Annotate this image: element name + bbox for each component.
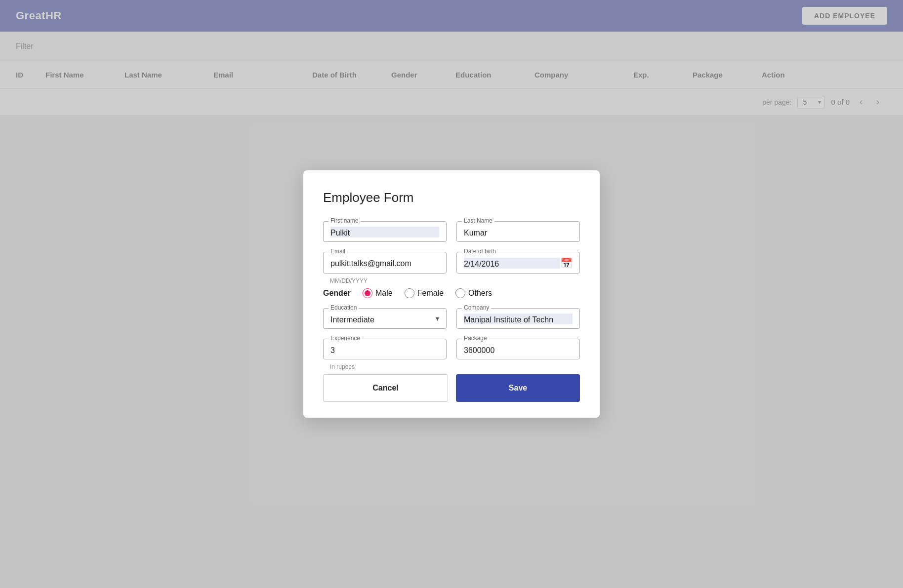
dob-hint: MM/DD/YYYY	[323, 277, 580, 284]
experience-group: Experience	[323, 339, 447, 359]
email-dob-row: Email Date of birth 📅	[323, 252, 580, 274]
edu-company-row: Education High School Intermediate Bache…	[323, 308, 580, 329]
gender-female-label: Female	[417, 289, 444, 298]
experience-label: Experience	[328, 335, 362, 342]
email-input[interactable]	[330, 257, 439, 268]
package-label: Package	[462, 335, 489, 342]
dob-input[interactable]	[464, 258, 560, 269]
name-row: First name Last Name	[323, 221, 580, 242]
modal-overlay: Employee Form First name Last Name Email…	[0, 0, 903, 588]
gender-row: Gender Male Female Others	[323, 288, 580, 298]
gender-male-label: Male	[375, 289, 393, 298]
last-name-group: Last Name	[456, 221, 580, 242]
company-label: Company	[462, 304, 491, 311]
experience-input[interactable]	[330, 344, 439, 355]
email-label: Email	[328, 248, 347, 255]
gender-label: Gender	[323, 289, 351, 298]
package-hint: In rupees	[323, 363, 580, 370]
gender-others-option[interactable]: Others	[455, 288, 492, 298]
exp-package-row: Experience Package	[323, 339, 580, 359]
employee-form-modal: Employee Form First name Last Name Email…	[303, 170, 600, 418]
gender-female-radio[interactable]	[405, 288, 414, 298]
package-input[interactable]	[464, 344, 573, 355]
education-label: Education	[328, 304, 359, 311]
last-name-label: Last Name	[462, 217, 494, 224]
modal-actions: Cancel Save	[323, 374, 580, 402]
modal-title: Employee Form	[323, 190, 580, 205]
gender-male-option[interactable]: Male	[363, 288, 393, 298]
gender-male-radio[interactable]	[363, 288, 372, 298]
company-input[interactable]	[464, 314, 573, 324]
education-select[interactable]: High School Intermediate Bachelor Master…	[330, 314, 439, 324]
last-name-input[interactable]	[464, 227, 573, 237]
education-group: Education High School Intermediate Bache…	[323, 308, 447, 329]
calendar-icon[interactable]: 📅	[560, 257, 573, 269]
package-group: Package	[456, 339, 580, 359]
cancel-button[interactable]: Cancel	[323, 374, 448, 402]
gender-others-label: Others	[468, 289, 492, 298]
first-name-label: First name	[328, 217, 361, 224]
dob-label: Date of birth	[462, 248, 498, 255]
email-group: Email	[323, 252, 447, 274]
company-group: Company	[456, 308, 580, 329]
gender-others-radio[interactable]	[455, 288, 465, 298]
first-name-group: First name	[323, 221, 447, 242]
gender-female-option[interactable]: Female	[405, 288, 444, 298]
save-button[interactable]: Save	[456, 374, 580, 402]
dob-group: Date of birth 📅	[456, 252, 580, 274]
first-name-input[interactable]	[330, 227, 439, 237]
